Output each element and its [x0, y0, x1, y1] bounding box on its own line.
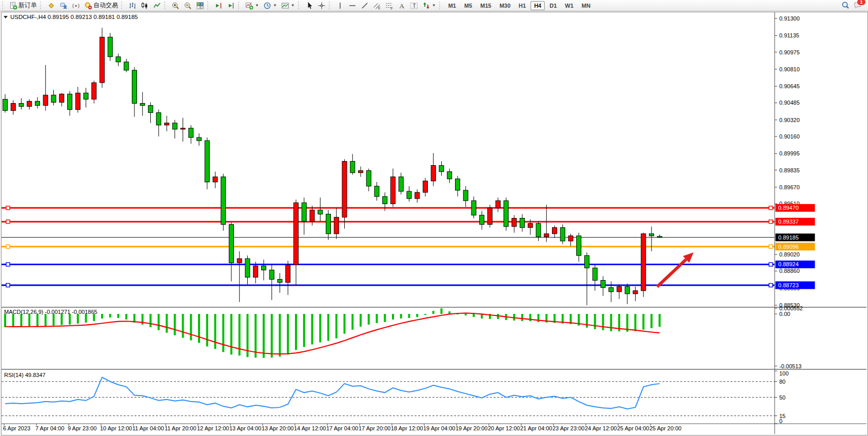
macd-bar — [424, 314, 426, 315]
hline-handle[interactable] — [769, 220, 773, 224]
arrows-button[interactable]: ▼ — [420, 0, 438, 11]
chart-shift-icon — [214, 2, 223, 10]
fibo-icon: F — [385, 2, 393, 10]
text-button[interactable]: A — [396, 0, 408, 11]
candle — [51, 95, 56, 102]
navigator-button[interactable] — [70, 0, 82, 11]
macd-bar — [497, 314, 499, 319]
time-axis-label: 25 Apr 04:00 — [617, 425, 649, 431]
templates-button[interactable]: ▼ — [279, 0, 297, 11]
macd-bar — [214, 314, 216, 349]
hline-handle[interactable] — [769, 284, 773, 287]
price-axis-label: 0.90485 — [779, 100, 800, 106]
vertical-line-button[interactable] — [334, 0, 346, 11]
toolbar-grip — [439, 2, 442, 9]
trendline-button[interactable] — [359, 0, 371, 11]
candle — [471, 201, 476, 215]
notifications-button[interactable]: 1 — [854, 1, 863, 10]
hline-handle[interactable] — [769, 263, 773, 266]
text-label-button[interactable]: T — [408, 0, 420, 11]
svg-text:E: E — [378, 6, 381, 10]
zoom-out-button[interactable] — [182, 0, 194, 11]
hline-handle[interactable] — [6, 206, 10, 210]
macd-bar — [182, 314, 184, 338]
candle — [383, 196, 387, 204]
macd-bar — [157, 314, 160, 330]
price-axis-label: 0.89995 — [779, 150, 800, 156]
cursor-button[interactable] — [303, 0, 315, 11]
timeframe-mn[interactable]: MN — [578, 1, 594, 10]
timeframe-w1[interactable]: W1 — [561, 1, 577, 10]
macd-bar — [659, 314, 661, 327]
macd-bar — [351, 314, 353, 330]
macd-bar — [279, 314, 281, 356]
candle — [439, 166, 444, 172]
timeframe-m30[interactable]: M30 — [496, 1, 514, 10]
tile-windows-button[interactable] — [194, 0, 206, 11]
hline-price-label-text: 0.88924 — [778, 261, 799, 267]
fibonacci-button[interactable]: F — [383, 0, 396, 11]
data-window-button[interactable] — [57, 0, 70, 11]
rsi-label: RSI(14) 49.8347 — [4, 372, 46, 378]
candle — [512, 218, 517, 226]
time-axis-label: 14 Apr 12:00 — [294, 425, 326, 431]
chart-canvas[interactable]: 0.913000.911350.909750.908100.906450.904… — [2, 12, 866, 434]
time-axis-label: 13 Apr 04:00 — [229, 425, 261, 431]
chart-bars-button[interactable] — [126, 0, 139, 11]
indicators-icon — [245, 2, 253, 10]
hline-handle[interactable] — [6, 245, 10, 248]
chart-plot-background[interactable] — [2, 12, 775, 434]
toolbar-grip — [329, 2, 332, 9]
candle — [108, 37, 112, 56]
price-axis-label: 0.90975 — [779, 49, 800, 55]
rsi-axis-label: 100 — [779, 370, 788, 376]
crosshair-icon — [318, 2, 326, 10]
macd-bar — [635, 314, 637, 331]
candle — [11, 103, 15, 110]
chart-shift-button[interactable] — [212, 0, 225, 11]
chart-line-button[interactable] — [151, 0, 163, 11]
candle — [43, 95, 48, 105]
indicators-button[interactable]: ▼ — [243, 0, 261, 11]
hline-handle[interactable] — [6, 284, 10, 287]
timeframe-h4[interactable]: H4 — [530, 1, 545, 10]
candle — [577, 236, 581, 255]
candle — [601, 281, 605, 288]
equidistant-channel-button[interactable]: E — [371, 0, 383, 11]
candle — [35, 101, 40, 105]
timeframe-m1[interactable]: M1 — [445, 1, 460, 10]
candle — [560, 228, 565, 241]
candle — [334, 217, 339, 233]
timeframe-d1[interactable]: D1 — [546, 1, 560, 10]
hline-handle[interactable] — [6, 263, 10, 266]
market-watch-button[interactable] — [45, 0, 57, 11]
macd-bar — [21, 314, 23, 327]
macd-bar — [69, 314, 71, 325]
crosshair-button[interactable] — [315, 0, 328, 11]
candle — [294, 203, 299, 265]
hline-handle[interactable] — [769, 206, 773, 210]
timeframe-h1[interactable]: H1 — [515, 1, 529, 10]
auto-scroll-button[interactable] — [225, 0, 237, 11]
new-order-button[interactable]: 新订单 — [7, 0, 39, 11]
trend-icon — [361, 2, 369, 10]
horizontal-line-button[interactable] — [346, 0, 359, 11]
hline-handle[interactable] — [769, 245, 773, 248]
zoom-in-button[interactable] — [169, 0, 182, 11]
chart-candles-button[interactable] — [139, 0, 151, 11]
macd-label: MACD(12,26,9) -0.001271 -0.001865 — [4, 309, 97, 315]
price-axis-label: 0.91135 — [779, 32, 799, 38]
candle — [625, 287, 629, 294]
candle — [221, 177, 226, 225]
mt4-window: 新订单自动交易▼▼▼EFAT▼M1M5M15M30H1H4D1W1MN1 0.9… — [0, 0, 868, 436]
price-axis-label: 0.90645 — [779, 83, 800, 89]
auto-trading-button[interactable]: 自动交易 — [82, 0, 120, 11]
periods-button[interactable]: ▼ — [261, 0, 279, 11]
timeframe-m15[interactable]: M15 — [477, 1, 495, 10]
svg-text:T: T — [412, 3, 416, 9]
candle — [423, 181, 428, 192]
timeframe-m5[interactable]: M5 — [461, 1, 476, 10]
search-button[interactable] — [841, 1, 851, 10]
macd-bar — [384, 314, 386, 322]
hline-handle[interactable] — [6, 220, 10, 224]
